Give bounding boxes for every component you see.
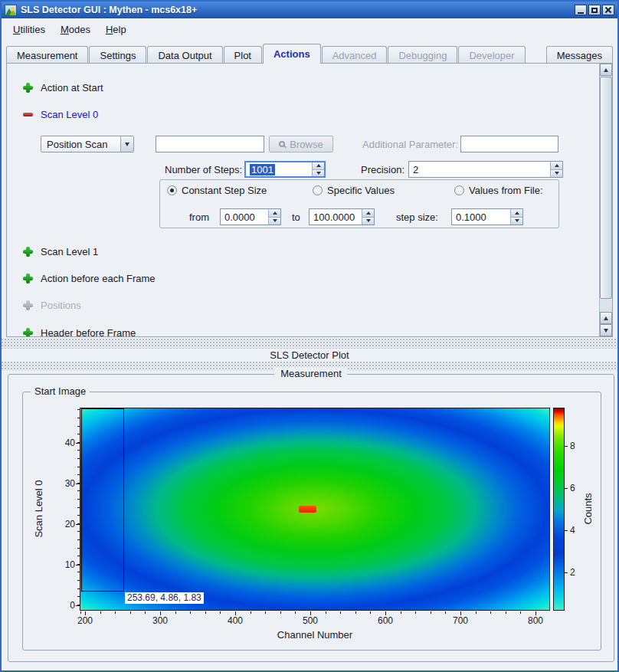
app-window: SLS Detector GUI : Mythen - mcs6x18+ Uti… bbox=[0, 0, 619, 672]
x-tick-label: 200 bbox=[70, 615, 100, 626]
splitter-handle[interactable] bbox=[2, 339, 617, 349]
title-bar[interactable]: SLS Detector GUI : Mythen - mcs6x18+ bbox=[2, 2, 617, 18]
precision-spinbox[interactable]: 2 bbox=[408, 161, 563, 178]
vertical-scrollbar[interactable] bbox=[599, 64, 612, 336]
scrollbar-thumb[interactable] bbox=[600, 77, 612, 299]
precision-label: Precision: bbox=[361, 164, 404, 175]
spin-buttons[interactable] bbox=[362, 209, 374, 225]
from-spinbox[interactable]: 0.0000 bbox=[220, 208, 281, 225]
expand-plus-icon bbox=[23, 300, 33, 310]
cursor-readout: 253.69, 4.86, 1.83 bbox=[125, 592, 204, 604]
spin-down-button[interactable] bbox=[511, 218, 522, 225]
menu-utilities[interactable]: Utilities bbox=[6, 21, 52, 38]
minimize-icon bbox=[578, 12, 584, 14]
x-axis-label: Channel Number bbox=[80, 629, 550, 641]
radio-values-from-file[interactable]: Values from File: bbox=[454, 185, 543, 195]
menu-modes[interactable]: Modes bbox=[54, 21, 97, 38]
scan-script-input[interactable] bbox=[156, 136, 264, 152]
radio-specific-values[interactable]: Specific Values bbox=[313, 185, 395, 195]
action-at-start-row[interactable]: Action at Start bbox=[23, 81, 103, 93]
spin-up-button[interactable] bbox=[362, 209, 374, 218]
x-tick-label: 500 bbox=[295, 615, 326, 626]
spin-buttons[interactable] bbox=[268, 209, 280, 225]
maximize-button[interactable] bbox=[588, 5, 601, 15]
scroll-up-button-2[interactable] bbox=[600, 312, 612, 324]
heatmap-canvas[interactable]: 253.69, 4.86, 1.83 bbox=[80, 408, 550, 611]
tab-measurement[interactable]: Measurement bbox=[6, 46, 88, 64]
measurement-title: Measurement bbox=[274, 368, 347, 379]
window-title: SLS Detector GUI : Mythen - mcs6x18+ bbox=[21, 5, 571, 15]
collapse-minus-icon[interactable] bbox=[23, 110, 33, 120]
plot-dock-title: SLS Detector Plot bbox=[2, 349, 617, 361]
step-size-value: 0.1000 bbox=[456, 211, 486, 223]
expand-plus-icon[interactable] bbox=[23, 247, 33, 257]
expand-plus-icon[interactable] bbox=[23, 328, 33, 338]
window-controls bbox=[575, 5, 614, 15]
spin-down-icon bbox=[273, 219, 277, 222]
app-icon bbox=[5, 5, 17, 16]
spin-up-button[interactable] bbox=[511, 209, 522, 218]
x-tick-label: 600 bbox=[370, 615, 401, 626]
spin-down-button[interactable] bbox=[362, 218, 374, 225]
radio-specific-label: Specific Values bbox=[327, 185, 395, 196]
tab-plot[interactable]: Plot bbox=[224, 46, 262, 64]
measurement-groupbox: Measurement Start Image Scan Level 0 Cha… bbox=[8, 374, 614, 662]
menu-help[interactable]: Help bbox=[99, 21, 133, 38]
action-before-frame-label: Action before each Frame bbox=[41, 273, 156, 284]
spin-buttons[interactable] bbox=[550, 162, 562, 177]
scan-mode-select[interactable]: Position Scan bbox=[41, 136, 134, 152]
browse-label: Browse bbox=[290, 139, 323, 150]
colorbar-tick bbox=[565, 488, 568, 489]
browse-button: Browse bbox=[269, 136, 333, 152]
colorbar bbox=[553, 408, 565, 611]
spin-down-button[interactable] bbox=[551, 170, 562, 178]
tab-data-output[interactable]: Data Output bbox=[147, 46, 222, 64]
minimize-button[interactable] bbox=[575, 5, 587, 15]
spin-up-button[interactable] bbox=[551, 162, 562, 170]
x-tick-label: 800 bbox=[520, 615, 551, 626]
maximize-icon bbox=[591, 8, 598, 13]
spin-down-button[interactable] bbox=[269, 218, 280, 225]
x-tick-label: 300 bbox=[145, 615, 175, 626]
combo-dropdown-button[interactable] bbox=[120, 136, 133, 152]
scan-mode-value: Position Scan bbox=[47, 139, 108, 150]
step-size-label: step size: bbox=[396, 211, 438, 223]
scan-level-1-row[interactable]: Scan Level 1 bbox=[23, 245, 98, 257]
spin-buttons[interactable] bbox=[510, 209, 522, 225]
close-button[interactable] bbox=[602, 5, 614, 15]
positions-row: Positions bbox=[23, 299, 81, 311]
radio-constant-label: Constant Step Size bbox=[182, 185, 267, 196]
tab-bar: Measurement Settings Data Output Plot Ac… bbox=[6, 44, 613, 64]
y-tick-label: 0 bbox=[51, 600, 75, 611]
colorbar-tick-label: 8 bbox=[570, 441, 575, 451]
tab-messages[interactable]: Messages bbox=[546, 46, 613, 64]
to-label: to bbox=[292, 211, 300, 223]
spin-down-button[interactable] bbox=[313, 170, 324, 177]
header-before-frame-row[interactable]: Header before Frame bbox=[23, 326, 136, 337]
num-steps-spinbox[interactable]: 1001 bbox=[244, 161, 326, 178]
scroll-up-button[interactable] bbox=[600, 64, 612, 76]
num-steps-label: Number of Steps: bbox=[165, 164, 242, 175]
expand-plus-icon[interactable] bbox=[23, 274, 33, 284]
start-image-groupbox: Start Image Scan Level 0 Channel Number … bbox=[22, 392, 601, 651]
scroll-down-button[interactable] bbox=[600, 324, 612, 336]
radio-icon bbox=[167, 185, 177, 195]
spin-buttons[interactable] bbox=[312, 162, 324, 176]
expand-plus-icon[interactable] bbox=[23, 83, 33, 93]
scan-level-0-row[interactable]: Scan Level 0 bbox=[23, 108, 98, 120]
step-size-spinbox[interactable]: 0.1000 bbox=[451, 208, 523, 225]
additional-parameter-input[interactable] bbox=[460, 136, 558, 152]
spin-up-button[interactable] bbox=[269, 209, 280, 218]
tab-actions[interactable]: Actions bbox=[263, 44, 321, 64]
to-spinbox[interactable]: 100.0000 bbox=[309, 208, 375, 225]
close-icon bbox=[604, 6, 612, 14]
arrow-down-icon bbox=[604, 329, 608, 333]
num-steps-value: 1001 bbox=[250, 164, 275, 175]
colorbar-label: Counts bbox=[582, 493, 594, 524]
spin-up-button[interactable] bbox=[313, 162, 324, 170]
action-before-frame-row[interactable]: Action before each Frame bbox=[23, 272, 156, 284]
colorbar-tick-label: 6 bbox=[570, 483, 575, 493]
tab-settings[interactable]: Settings bbox=[89, 46, 146, 64]
radio-constant-step-size[interactable]: Constant Step Size bbox=[167, 185, 267, 195]
header-before-frame-label: Header before Frame bbox=[41, 327, 136, 338]
